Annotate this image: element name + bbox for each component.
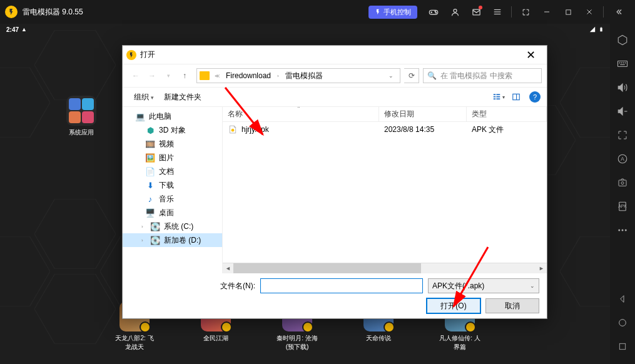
sidebar-item-documents[interactable]: 📄文档 (123, 164, 222, 178)
horizontal-scrollbar[interactable]: ◄ ► (223, 263, 547, 273)
svg-point-30 (625, 63, 626, 63)
breadcrumb-item[interactable]: Firedownload (223, 70, 273, 81)
filename-input[interactable] (260, 278, 423, 293)
sidebar-item-downloads[interactable]: ⬇下载 (123, 178, 222, 192)
back-nav-icon[interactable] (610, 288, 635, 310)
sidebar-item-desktop[interactable]: 🖥️桌面 (123, 206, 222, 220)
hex-icon[interactable] (610, 29, 635, 51)
svg-point-3 (435, 11, 435, 12)
search-icon: 🔍 (427, 71, 437, 80)
downloads-icon: ⬇ (145, 180, 155, 190)
dialog-close-button[interactable]: ✕ (518, 46, 543, 64)
preview-pane-button[interactable] (508, 90, 524, 104)
svg-text:A: A (621, 156, 624, 162)
video-icon: 🎞️ (145, 139, 155, 149)
file-open-dialog: 打开 ✕ ← → ▾ ↑ ≪ Firedownload › 雷电模拟器 ⌄ ⟳ … (122, 45, 547, 319)
sidebar-item-disk-c[interactable]: ›💽系统 (C:) (123, 220, 222, 233)
volume-up-icon[interactable] (610, 76, 635, 99)
organize-button[interactable]: 组织 (129, 90, 159, 104)
open-button[interactable]: 打开(O) (427, 298, 480, 313)
breadcrumb-bar[interactable]: ≪ Firedownload › 雷电模拟器 ⌄ (196, 68, 400, 83)
refresh-char-icon[interactable]: A (610, 148, 635, 170)
recent-nav-icon[interactable] (610, 335, 635, 358)
column-headers: ⌃ 名称 修改日期 类型 (223, 107, 547, 122)
sidebar-item-3d[interactable]: ⬢3D 对象 (123, 123, 222, 137)
app-logo-icon (5, 6, 18, 18)
maximize-icon[interactable] (558, 2, 578, 22)
breadcrumb-dropdown[interactable]: ⌄ (385, 73, 397, 79)
sidebar-item-video[interactable]: 🎞️视频 (123, 137, 222, 151)
keyboard-icon[interactable] (610, 53, 635, 75)
svg-marker-17 (34, 30, 116, 100)
fullscreen-tool-icon[interactable] (610, 124, 635, 146)
fullscreen-icon[interactable] (516, 2, 536, 22)
filename-label: 文件名(N): (220, 281, 255, 291)
dialog-title: 打开 (140, 49, 518, 60)
3d-icon: ⬢ (145, 125, 155, 135)
svg-point-41 (625, 230, 627, 231)
column-name[interactable]: 名称 (223, 107, 379, 121)
close-icon[interactable] (579, 2, 599, 22)
system-apps-folder[interactable]: 系统应用 (63, 96, 100, 137)
svg-rect-26 (618, 61, 627, 67)
scroll-right-arrow[interactable]: ► (536, 263, 547, 273)
install-icon[interactable]: APK (610, 195, 635, 218)
cancel-button[interactable]: 取消 (485, 298, 539, 313)
svg-point-29 (623, 63, 624, 63)
sort-indicator-icon: ⌃ (297, 107, 301, 111)
refresh-button[interactable]: ⟳ (404, 68, 419, 83)
sidebar-item-disk-d[interactable]: ›💽新加卷 (D:) (123, 233, 222, 247)
sidebar-item-music[interactable]: ♪音乐 (123, 192, 222, 206)
svg-rect-49 (496, 98, 500, 99)
column-date[interactable]: 修改日期 (379, 107, 467, 121)
gamepad-icon[interactable] (424, 2, 444, 22)
svg-point-42 (619, 320, 626, 326)
search-input[interactable]: 🔍 在 雷电模拟器 中搜索 (423, 68, 542, 83)
filetype-dropdown[interactable]: APK文件(*.apk) ⌄ (428, 278, 539, 293)
svg-point-27 (619, 63, 620, 63)
nav-up-button[interactable]: ↑ (176, 68, 193, 84)
breadcrumb-item[interactable]: 雷电模拟器 (283, 69, 325, 83)
documents-icon: 📄 (145, 166, 155, 176)
file-list-pane: ⌃ 名称 修改日期 类型 hjrjy.apk 2023/8/8 14:35 AP… (223, 107, 547, 273)
collapse-sidebar-icon[interactable] (607, 2, 630, 22)
dialog-titlebar: 打开 ✕ (123, 46, 547, 64)
dialog-footer: 文件名(N): APK文件(*.apk) ⌄ 打开(O) 取消 (123, 273, 547, 318)
svg-point-39 (618, 230, 620, 231)
nav-forward-button[interactable]: → (144, 68, 160, 84)
dialog-sidebar: 💻此电脑 ⬢3D 对象 🎞️视频 🖼️图片 📄文档 ⬇下载 ♪音乐 🖥️桌面 ›… (123, 107, 223, 273)
dialog-app-icon (126, 50, 136, 60)
disk-icon: 💽 (150, 235, 160, 245)
sidebar-item-pictures[interactable]: 🖼️图片 (123, 151, 222, 164)
new-folder-button[interactable]: 新建文件夹 (159, 90, 206, 104)
svg-rect-47 (496, 94, 500, 95)
file-row[interactable]: hjrjy.apk 2023/8/8 14:35 APK 文件 (223, 122, 547, 137)
file-list[interactable]: hjrjy.apk 2023/8/8 14:35 APK 文件 (223, 122, 547, 263)
minimize-icon[interactable] (537, 2, 557, 22)
menu-icon[interactable] (487, 2, 507, 22)
column-type[interactable]: 类型 (467, 107, 547, 121)
volume-down-icon[interactable] (610, 100, 635, 123)
home-nav-icon[interactable] (610, 311, 635, 334)
scroll-left-arrow[interactable]: ◄ (223, 263, 233, 273)
sidebar-item-pc[interactable]: 💻此电脑 (123, 109, 222, 123)
scrollbar-thumb[interactable] (233, 263, 421, 273)
screenshot-icon[interactable] (610, 171, 635, 194)
chevron-down-icon: ⌄ (530, 283, 535, 289)
svg-marker-25 (618, 36, 627, 45)
app-title: 雷电模拟器 9.0.55 (23, 7, 368, 18)
pc-icon: 💻 (135, 111, 145, 121)
svg-rect-35 (619, 180, 626, 186)
user-icon[interactable] (445, 2, 465, 22)
svg-rect-45 (494, 96, 496, 98)
svg-point-5 (454, 9, 457, 12)
help-button[interactable]: ? (529, 91, 541, 103)
nav-back-button[interactable]: ← (128, 68, 144, 84)
view-details-button[interactable]: ▾ (490, 90, 507, 104)
right-toolbar: A APK (610, 24, 635, 364)
svg-point-4 (435, 13, 436, 13)
phone-control-button[interactable]: 手机控制 (368, 6, 417, 19)
nav-recent-dropdown[interactable]: ▾ (160, 68, 176, 84)
more-icon[interactable] (610, 219, 635, 241)
mail-icon[interactable] (466, 2, 486, 22)
